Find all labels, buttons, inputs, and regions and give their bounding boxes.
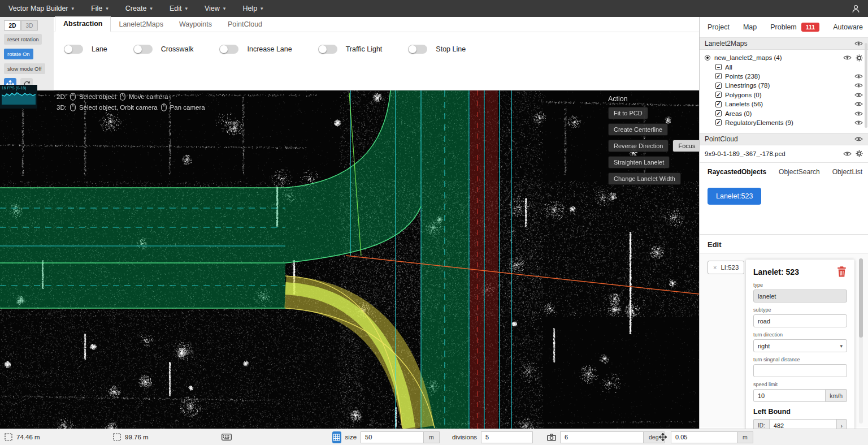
help-3d-prefix: 3D: xyxy=(57,104,67,111)
view-2d-button[interactable]: 2D xyxy=(4,20,21,31)
grid-toggle-button[interactable] xyxy=(332,431,341,443)
tree-item-points[interactable]: ✓ Points (238) xyxy=(705,72,863,81)
tab-pointcloud[interactable]: PointCloud xyxy=(220,18,270,32)
menu-view[interactable]: View▾ xyxy=(196,0,234,17)
toggle-lane[interactable]: Lane xyxy=(64,45,107,54)
tab-project[interactable]: Project xyxy=(708,23,730,31)
pointcloud-header: PointCloud xyxy=(700,133,868,145)
menu-edit[interactable]: Edit▾ xyxy=(161,0,196,17)
viewport-help: 2D: Select object Move camera 3D: Select… xyxy=(57,93,205,114)
eye-icon[interactable] xyxy=(854,83,863,88)
checkbox-checked[interactable]: ✓ xyxy=(715,110,722,116)
focus-button[interactable]: Focus xyxy=(672,140,699,152)
sidebar-scrollbar[interactable] xyxy=(865,43,867,128)
checkbox-indeterminate[interactable]: – xyxy=(715,64,722,70)
type-field[interactable] xyxy=(753,290,847,303)
tree-item-all[interactable]: – All xyxy=(705,62,863,71)
speed-limit-field[interactable] xyxy=(753,389,826,402)
eye-icon[interactable] xyxy=(843,151,852,157)
eye-icon[interactable] xyxy=(854,136,863,142)
toggle-switch[interactable] xyxy=(219,45,238,54)
person-icon xyxy=(851,4,861,14)
gear-icon[interactable] xyxy=(856,150,863,157)
mouse-icon xyxy=(120,93,125,101)
eye-icon[interactable] xyxy=(854,120,863,126)
reverse-direction-button[interactable]: Reverse Direction xyxy=(608,140,669,152)
tab-raycastedobjects[interactable]: RaycastedObjects xyxy=(708,168,766,176)
tab-objectlist[interactable]: ObjectList xyxy=(832,168,862,176)
divisions-input[interactable] xyxy=(481,431,533,443)
toggle-switch[interactable] xyxy=(133,45,153,54)
rotate-toggle-button[interactable]: rotate On xyxy=(4,49,33,59)
tab-autoware[interactable]: Autoware xyxy=(833,23,863,31)
centerline-orange xyxy=(346,256,699,294)
tree-item-regulatoryelements[interactable]: ✓ RegulatoryElements (9) xyxy=(705,118,863,127)
camera-angle-input[interactable] xyxy=(560,431,644,443)
toggle-switch[interactable] xyxy=(64,45,83,54)
toggle-traffic-light[interactable]: Traffic Light xyxy=(318,45,383,54)
radio-selected[interactable] xyxy=(705,55,710,61)
pointcloud-file-row[interactable]: 9x9-0-1-189_-367_-178.pcd xyxy=(700,145,868,162)
tab-problem[interactable]: Problem111 xyxy=(770,23,819,32)
turn-signal-distance-field[interactable] xyxy=(753,364,847,377)
tab-waypoints[interactable]: Waypoints xyxy=(171,18,220,32)
tree-item-lanelets[interactable]: ✓ Lanelets (56) xyxy=(705,100,863,109)
menu-help[interactable]: Help▾ xyxy=(234,0,271,17)
checkbox-checked[interactable]: ✓ xyxy=(715,119,722,126)
fit-to-pcd-button[interactable]: Fit to PCD xyxy=(608,107,648,119)
slow-mode-button[interactable]: slow mode Off xyxy=(4,63,45,74)
edit-section: × LI:523 Lanelet: 523 type subtype turn … xyxy=(700,253,868,427)
toggle-switch[interactable] xyxy=(318,45,337,54)
grid-size-unit: m xyxy=(424,431,440,443)
tab-lanelet2maps[interactable]: Lanelet2Maps xyxy=(111,18,171,32)
measure-icon xyxy=(113,433,121,441)
selected-lanelet-chip[interactable]: × LI:523 xyxy=(708,261,744,274)
view-3d-button[interactable]: 3D xyxy=(21,20,38,31)
delete-lanelet-button[interactable] xyxy=(836,266,847,278)
turn-direction-select[interactable]: right ▾ xyxy=(753,339,847,352)
toggle-crosswalk[interactable]: Crosswalk xyxy=(133,45,194,54)
toggle-increase-lane[interactable]: Increase Lane xyxy=(219,45,292,54)
checkbox-checked[interactable]: ✓ xyxy=(715,101,722,107)
eye-icon[interactable] xyxy=(854,41,863,46)
tree-item-areas[interactable]: ✓ Areas (0) xyxy=(705,109,863,118)
eye-icon[interactable] xyxy=(843,55,852,61)
toggle-stop-line[interactable]: Stop Line xyxy=(408,45,466,54)
change-lanelet-width-button[interactable]: Change Lanelet Width xyxy=(608,172,681,185)
scrollbar-thumb[interactable] xyxy=(859,258,863,338)
tree-root-new-lanelet2-maps[interactable]: new_lanelet2_maps (4) xyxy=(705,53,863,62)
reset-rotation-button[interactable]: reset rotation xyxy=(4,34,42,45)
tab-abstraction[interactable]: Abstraction xyxy=(55,16,111,32)
grid-size-input[interactable] xyxy=(361,431,424,443)
eye-icon[interactable] xyxy=(854,111,863,116)
move-step-input[interactable] xyxy=(671,431,737,443)
speed-limit-unit: km/h xyxy=(826,389,847,402)
checkbox-checked[interactable]: ✓ xyxy=(715,92,722,98)
move-step-setting: m xyxy=(659,429,753,445)
selected-object-button[interactable]: Lanelet:523 xyxy=(708,188,761,205)
eye-icon[interactable] xyxy=(854,92,863,98)
menu-app[interactable]: Vector Map Builder▾ xyxy=(0,0,83,17)
menu-file[interactable]: File▾ xyxy=(83,0,117,17)
toggle-row: Lane Crosswalk Increase Lane Traffic Lig… xyxy=(54,32,699,54)
tab-map[interactable]: Map xyxy=(743,23,757,31)
eye-icon[interactable] xyxy=(854,74,863,79)
close-icon[interactable]: × xyxy=(713,264,717,271)
tab-objectsearch[interactable]: ObjectSearch xyxy=(779,168,820,176)
tree-item-polygons[interactable]: ✓ Polygons (0) xyxy=(705,90,863,100)
create-centerline-button[interactable]: Create Centerline xyxy=(608,123,668,136)
lanelet2maps-header: Lanelet2Maps xyxy=(700,37,868,50)
tree-item-linestrings[interactable]: ✓ Linestrings (78) xyxy=(705,81,863,90)
checkbox-checked[interactable]: ✓ xyxy=(715,83,722,89)
measure-area-readout: 99.76 m xyxy=(113,429,149,445)
toggle-switch[interactable] xyxy=(408,45,427,54)
menu-create[interactable]: Create▾ xyxy=(117,0,161,17)
user-account-button[interactable] xyxy=(843,0,868,17)
gear-icon[interactable] xyxy=(856,54,863,62)
eye-icon[interactable] xyxy=(854,101,863,107)
keyboard-icon[interactable] xyxy=(222,434,232,440)
checkbox-checked[interactable]: ✓ xyxy=(715,73,722,79)
straighten-lanelet-button[interactable]: Straighten Lanelet xyxy=(608,156,670,169)
subtype-field[interactable] xyxy=(753,314,847,327)
help-2d-prefix: 2D: xyxy=(57,93,67,100)
